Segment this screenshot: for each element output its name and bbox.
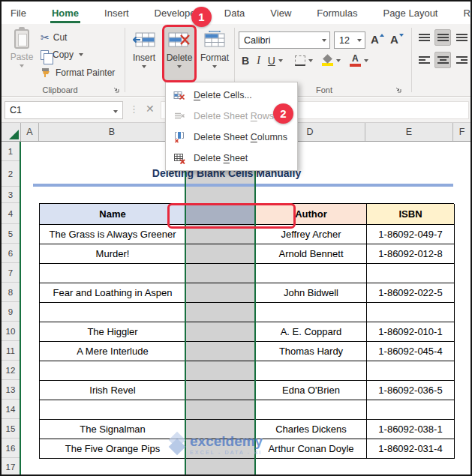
align-center-button[interactable] xyxy=(434,52,451,68)
align-right-button[interactable] xyxy=(453,52,470,68)
cell-author[interactable] xyxy=(256,361,367,381)
cell-author[interactable]: Charles Dickens xyxy=(256,420,367,439)
underline-dropdown-chevron-icon[interactable] xyxy=(278,59,283,62)
tab-formulas[interactable]: Formulas xyxy=(312,1,362,24)
cell-isbn[interactable]: 1-86092-031-4 xyxy=(367,439,455,459)
cell-isbn[interactable]: 1-86092-012-8 xyxy=(367,244,455,264)
column-header[interactable]: B xyxy=(39,123,185,141)
cell-isbn[interactable] xyxy=(367,264,455,283)
cell-isbn[interactable]: 1-86092-022-5 xyxy=(367,283,455,303)
cancel-icon[interactable]: ✕ xyxy=(146,103,155,115)
name-box[interactable]: C1 xyxy=(5,101,123,119)
cell-name[interactable]: A Mere Interlude xyxy=(40,342,186,361)
cell-author[interactable]: Arnold Bennett xyxy=(256,244,367,264)
cell-blank-column[interactable] xyxy=(186,400,256,420)
bottom-align-button[interactable] xyxy=(453,29,470,46)
tab-review[interactable]: Review xyxy=(458,1,472,24)
cell-name[interactable]: Fear and Loathing in Aspen xyxy=(40,283,186,303)
row-header[interactable]: 5 xyxy=(2,224,20,244)
italic-button[interactable]: I xyxy=(257,55,260,67)
row-header[interactable]: 12 xyxy=(2,361,20,380)
tab-page-layout[interactable]: Page Layout xyxy=(378,1,442,24)
paste-button[interactable]: Paste xyxy=(8,28,36,82)
font-name-combobox[interactable]: Calibri xyxy=(239,31,330,49)
row-header[interactable]: 2 xyxy=(2,161,20,187)
cell-blank-column[interactable] xyxy=(186,342,256,361)
table-header-name[interactable]: Name xyxy=(40,204,186,225)
cell-author[interactable]: John Bidwell xyxy=(256,283,367,303)
row-header[interactable]: 17 xyxy=(2,458,20,476)
row-header[interactable]: 15 xyxy=(2,419,20,439)
cell-isbn[interactable] xyxy=(367,303,455,322)
fill-color-chevron-icon[interactable] xyxy=(336,59,341,62)
row-header[interactable]: 3 xyxy=(2,187,20,203)
font-color-button[interactable]: A xyxy=(350,54,361,67)
tab-insert[interactable]: Insert xyxy=(100,1,134,24)
cell-blank-column[interactable] xyxy=(186,361,256,381)
menu-item-delete-cells[interactable]: Delete Cells... xyxy=(166,85,297,106)
font-color-chevron-icon[interactable] xyxy=(364,59,368,62)
font-size-combobox[interactable]: 12 xyxy=(334,31,365,49)
cell-name[interactable]: The Grass is Always Greener xyxy=(40,225,186,244)
menu-item-delete-sheet[interactable]: Delete Sheet xyxy=(166,148,297,169)
cell-name[interactable]: The Signalman xyxy=(40,420,186,439)
table-header-isbn[interactable]: ISBN xyxy=(367,204,455,225)
cell-author[interactable] xyxy=(256,303,367,322)
cell-isbn[interactable]: 1-86092-036-5 xyxy=(367,381,455,400)
cell-author[interactable]: Edna O'Brien xyxy=(256,381,367,400)
cell-author[interactable]: Thomas Hardy xyxy=(256,342,367,361)
row-header[interactable]: 9 xyxy=(2,302,20,322)
cell-blank-column[interactable] xyxy=(186,264,256,283)
top-align-button[interactable] xyxy=(416,29,432,46)
cell-blank-column[interactable] xyxy=(186,303,256,322)
cell-isbn[interactable]: 1-86092-049-7 xyxy=(367,225,455,244)
cell-author[interactable]: Arthur Conan Doyle xyxy=(256,439,367,459)
row-header[interactable]: 7 xyxy=(2,263,20,283)
row-header[interactable]: 4 xyxy=(2,203,20,224)
align-left-button[interactable] xyxy=(416,52,432,68)
column-header[interactable]: F xyxy=(453,123,470,141)
cell-name[interactable] xyxy=(40,303,186,322)
row-header[interactable]: 1 xyxy=(2,142,20,161)
column-header[interactable]: E xyxy=(365,123,453,141)
cell-author[interactable] xyxy=(256,264,367,283)
cell-author[interactable]: A. E. Coppard xyxy=(256,322,367,342)
format-painter-button[interactable]: Format Painter xyxy=(41,65,115,80)
select-all-button[interactable] xyxy=(2,123,21,142)
cell-name[interactable]: Irish Revel xyxy=(40,381,186,400)
row-header[interactable]: 14 xyxy=(2,400,20,419)
bold-button[interactable]: B xyxy=(242,55,249,67)
cell-name[interactable]: The Five Orange Pips xyxy=(40,439,186,459)
cell-blank-column[interactable] xyxy=(186,244,256,264)
cell-isbn[interactable]: 1-86092-045-4 xyxy=(367,342,455,361)
cell-name[interactable]: The Higgler xyxy=(40,322,186,342)
cell-name[interactable] xyxy=(40,361,186,381)
row-header[interactable]: 13 xyxy=(2,380,20,400)
copy-button[interactable]: Copy xyxy=(41,47,83,62)
borders-button[interactable] xyxy=(295,55,305,66)
format-cells-button[interactable]: Format xyxy=(198,28,231,82)
insert-cells-button[interactable]: Insert xyxy=(128,28,161,82)
tab-view[interactable]: View xyxy=(266,1,296,24)
cell-isbn[interactable] xyxy=(367,361,455,381)
row-header[interactable]: 6 xyxy=(2,244,20,263)
cell-author[interactable] xyxy=(256,400,367,420)
row-header[interactable]: 11 xyxy=(2,341,20,361)
cell-isbn[interactable]: 1-86092-010-1 xyxy=(367,322,455,342)
column-header[interactable]: A xyxy=(21,123,39,141)
clipboard-dialog-launcher-icon[interactable] xyxy=(113,86,120,94)
row-header[interactable]: 10 xyxy=(2,322,20,341)
cell-blank-column[interactable] xyxy=(186,381,256,400)
tab-data[interactable]: Data xyxy=(220,1,249,24)
row-header[interactable]: 16 xyxy=(2,439,20,458)
middle-align-button[interactable] xyxy=(434,29,451,46)
underline-button[interactable]: U xyxy=(268,55,275,67)
cell-name[interactable] xyxy=(40,400,186,420)
tab-file[interactable]: File xyxy=(6,1,31,24)
tab-home[interactable]: Home xyxy=(47,1,83,24)
cell-name[interactable]: Murder! xyxy=(40,244,186,264)
fill-color-button[interactable] xyxy=(322,55,333,66)
decrease-font-size-button[interactable]: A xyxy=(390,33,404,46)
increase-font-size-button[interactable]: A xyxy=(371,33,384,46)
cell-isbn[interactable] xyxy=(367,400,455,420)
